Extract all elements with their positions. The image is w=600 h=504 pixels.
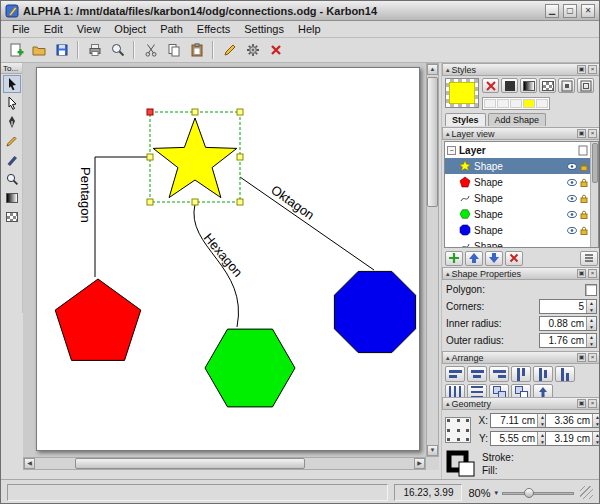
layer-tree-item-hexagon[interactable]: Shape [445, 206, 598, 222]
no-fill-button[interactable] [482, 78, 499, 93]
x-spinbox[interactable]: 7.11 cm ▲▼ [490, 413, 548, 428]
canvas-viewport[interactable]: Pentagon Hexagon Oktagon [23, 63, 426, 457]
color-swatch[interactable] [536, 99, 548, 108]
scroll-right-icon[interactable]: ▶ [414, 458, 425, 469]
solid-fill-button[interactable] [501, 78, 518, 93]
pattern-tool[interactable] [3, 208, 21, 226]
document-page[interactable]: Pentagon Hexagon Oktagon [36, 67, 420, 451]
ungroup-button[interactable] [511, 384, 531, 397]
layer-tree-item-path[interactable]: Shape [445, 190, 598, 206]
winding-fill-button[interactable] [577, 78, 594, 93]
layer-tree-item-layer[interactable]: − Layer [445, 142, 598, 158]
spin-down-icon[interactable]: ▼ [587, 324, 596, 331]
zoom-slider-track[interactable] [502, 492, 574, 495]
gradient-tool[interactable] [3, 189, 21, 207]
pentagon-shape[interactable] [55, 279, 141, 360]
menu-help[interactable]: Help [291, 22, 328, 36]
lock-icon[interactable] [580, 210, 588, 219]
lock-icon[interactable] [580, 162, 588, 171]
spin-down-icon[interactable]: ▼ [587, 341, 596, 348]
maximize-button[interactable]: ▢ [563, 4, 577, 18]
save-button[interactable] [51, 40, 72, 61]
edit-shapes-tool[interactable] [3, 94, 21, 112]
y-spinbox[interactable]: 5.55 cm ▲▼ [490, 431, 548, 446]
float-docker-icon[interactable]: ▣ [577, 399, 586, 408]
close-button[interactable]: ✕ [581, 4, 595, 18]
connector-pentagon[interactable] [95, 157, 151, 277]
group-button[interactable] [489, 384, 509, 397]
zoom-button[interactable] [107, 40, 128, 61]
menu-path[interactable]: Path [153, 22, 190, 36]
copy-button[interactable] [163, 40, 184, 61]
menu-settings[interactable]: Settings [237, 22, 291, 36]
float-docker-icon[interactable]: ▣ [577, 65, 586, 74]
zoom-dropdown-arrow-icon[interactable]: ▾ [494, 489, 498, 497]
gradient-fill-button[interactable] [520, 78, 537, 93]
configure-button[interactable] [242, 40, 263, 61]
zoom-tool[interactable] [3, 170, 21, 188]
spin-down-icon[interactable]: ▼ [593, 421, 600, 428]
lock-icon[interactable] [580, 226, 588, 235]
layer-tree-item-octagon[interactable]: Shape [445, 222, 598, 238]
visibility-icon[interactable] [567, 211, 577, 218]
hexagon-shape[interactable] [205, 329, 295, 407]
resize-grip[interactable] [580, 486, 593, 499]
visibility-icon[interactable] [567, 179, 577, 186]
zoom-slider[interactable] [502, 486, 574, 500]
inner-radius-spinbox[interactable]: 0.88 cm ▲▼ [539, 316, 597, 331]
width-spinbox[interactable]: 3.36 cm ▲▼ [545, 413, 600, 428]
paste-button[interactable] [186, 40, 207, 61]
add-layer-button[interactable] [445, 251, 463, 266]
tree-scroll-thumb[interactable] [592, 143, 598, 183]
close-docker-icon[interactable]: × [588, 269, 597, 278]
open-folder-button[interactable] [28, 40, 49, 61]
raise-shape-button[interactable] [533, 384, 553, 397]
color-swatch[interactable] [497, 99, 509, 108]
color-swatch[interactable] [510, 99, 522, 108]
close-docker-icon[interactable]: × [588, 129, 597, 138]
chevron-up-icon[interactable]: ▴ [446, 400, 450, 408]
even-odd-fill-button[interactable] [558, 78, 575, 93]
close-docker-icon[interactable]: × [588, 353, 597, 362]
align-right-button[interactable] [489, 366, 509, 382]
tab-styles[interactable]: Styles [445, 113, 486, 126]
horizontal-scrollbar[interactable]: ◀ ▶ [23, 457, 426, 470]
visibility-icon[interactable] [567, 163, 577, 170]
position-anchor-widget[interactable] [445, 417, 471, 443]
minimize-button[interactable]: ▁ [545, 4, 559, 18]
expander-icon[interactable]: − [447, 146, 456, 155]
vertical-scroll-thumb[interactable] [427, 77, 438, 207]
layer-tree-item-path[interactable]: Shape [445, 238, 598, 248]
height-spinbox[interactable]: 3.19 cm ▲▼ [545, 431, 600, 446]
layer-tree-item-pentagon[interactable]: Shape [445, 174, 598, 190]
stroke-fill-indicator[interactable] [446, 450, 478, 479]
chevron-up-icon[interactable]: ▴ [446, 354, 450, 362]
align-hcenter-button[interactable] [467, 366, 487, 382]
fill-preview-swatch[interactable] [445, 78, 479, 108]
corners-spinbox[interactable]: 5 ▲▼ [539, 299, 597, 314]
pattern-fill-button[interactable] [539, 78, 556, 93]
align-bottom-button[interactable] [555, 366, 575, 382]
spin-down-icon[interactable]: ▼ [593, 439, 600, 446]
select-tool[interactable] [3, 75, 21, 93]
visibility-icon[interactable] [567, 227, 577, 234]
list-view-button[interactable] [580, 251, 598, 266]
vertical-scrollbar[interactable]: ▲ ▼ [426, 63, 439, 457]
chevron-up-icon[interactable]: ▴ [446, 66, 450, 74]
delete-button[interactable] [265, 40, 286, 61]
color-swatch[interactable] [484, 99, 496, 108]
chevron-up-icon[interactable]: ▴ [446, 270, 450, 278]
visibility-icon[interactable] [567, 195, 577, 202]
align-left-button[interactable] [445, 366, 465, 382]
outer-radius-spinbox[interactable]: 1.76 cm ▲▼ [539, 333, 597, 348]
octagon-shape[interactable] [334, 271, 415, 352]
star-shape[interactable] [153, 118, 237, 198]
zoom-level[interactable]: 80% [468, 487, 490, 499]
color-swatch-yellow[interactable] [523, 99, 535, 108]
close-docker-icon[interactable]: × [588, 65, 597, 74]
scroll-up-icon[interactable]: ▲ [427, 64, 438, 75]
lock-icon[interactable] [580, 178, 588, 187]
tree-scrollbar[interactable] [590, 142, 598, 247]
align-top-button[interactable] [511, 366, 531, 382]
distribute-horizontal-button[interactable] [445, 384, 465, 397]
